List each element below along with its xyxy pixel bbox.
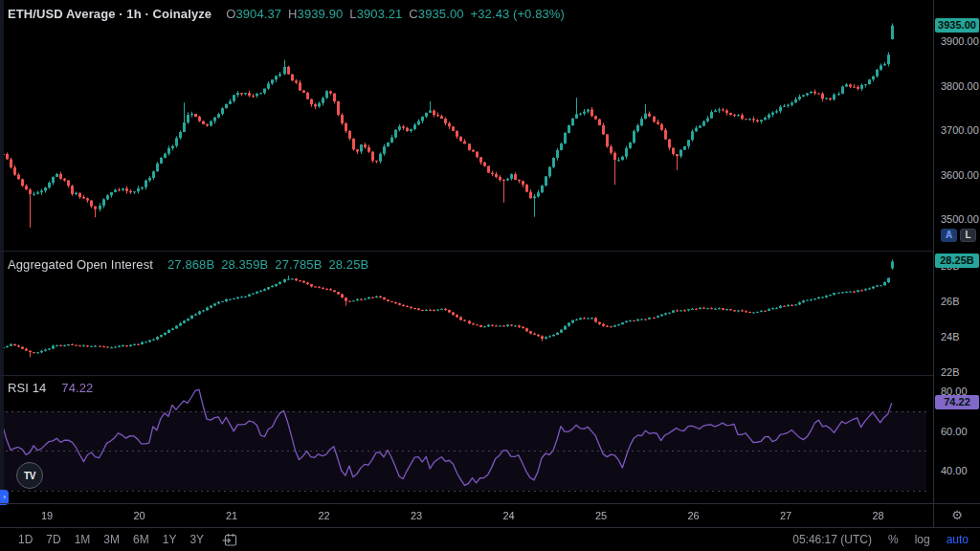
- axis-settings-corner[interactable]: ⚙: [933, 504, 980, 528]
- range-button-1m[interactable]: 1M: [68, 533, 98, 546]
- oi-value: 28.359B: [221, 257, 268, 272]
- ohlc-value: 3939.90: [298, 7, 344, 21]
- chart-canvas[interactable]: [0, 0, 933, 503]
- lock-scale-button[interactable]: L: [960, 229, 976, 242]
- time-axis-label: 19: [41, 504, 53, 527]
- price-tick-label: 3600.00: [941, 169, 979, 181]
- range-button-1y[interactable]: 1Y: [156, 533, 184, 546]
- time-axis-label: 20: [133, 504, 145, 527]
- oi-legend[interactable]: Aggregated Open Interest27.868B28.359B27…: [8, 257, 368, 272]
- rsi-indicator-title[interactable]: RSI 14: [8, 381, 46, 395]
- range-button-3y[interactable]: 3Y: [183, 533, 211, 546]
- price-tick-label: 3500.00: [941, 213, 979, 225]
- go-to-date-icon[interactable]: [222, 533, 237, 547]
- oi-value: 27.868B: [167, 257, 214, 272]
- ohlc-value: 3903.21: [357, 7, 403, 21]
- last-value-badge: 28.25B: [935, 253, 979, 268]
- bottom-toolbar: 1D7D1M3M6M1Y3Y 05:46:17 (UTC) % log auto: [0, 527, 980, 551]
- ohlc-value: 3935.00: [418, 7, 464, 21]
- oi-indicator-title[interactable]: Aggregated Open Interest: [8, 257, 153, 272]
- price-tick-label: 3700.00: [941, 124, 979, 136]
- range-button-6m[interactable]: 6M: [126, 533, 156, 546]
- range-button-7d[interactable]: 7D: [39, 533, 67, 546]
- time-axis-label: 27: [780, 504, 791, 527]
- ohlc-label: O: [226, 7, 235, 21]
- log-scale-button[interactable]: log: [915, 533, 930, 546]
- time-axis-label: 25: [595, 504, 607, 527]
- time-axis-label: 26: [687, 504, 699, 527]
- last-value-badge: 74.22: [935, 395, 979, 409]
- oi-value: 28.25B: [328, 257, 368, 272]
- price-tick-label: 60.00: [941, 426, 968, 437]
- range-button-3m[interactable]: 3M: [97, 533, 126, 546]
- main-legend[interactable]: ETH/USD Average · 1h · CoinalyzeO3904.37…: [8, 7, 565, 21]
- symbol-title[interactable]: ETH/USD Average · 1h · Coinalyze: [8, 7, 212, 21]
- panel-separator[interactable]: [0, 375, 980, 376]
- collapsed-drawing-toolbar: [0, 0, 4, 503]
- time-axis-label: 24: [502, 504, 514, 527]
- rsi-legend[interactable]: RSI 1474.22: [8, 381, 93, 395]
- ohlc-label: H: [288, 7, 298, 21]
- range-button-1d[interactable]: 1D: [11, 533, 39, 546]
- ohlc-value: 3904.37: [235, 7, 281, 21]
- percent-scale-button[interactable]: %: [888, 533, 899, 546]
- price-axis[interactable]: A L 3900.003800.003700.003600.003500.003…: [933, 0, 980, 503]
- trading-chart-window: › ETH/USD Average · 1h · CoinalyzeO3904.…: [0, 0, 980, 551]
- price-tick-label: 40.00: [941, 465, 968, 476]
- time-axis-label: 21: [226, 504, 237, 527]
- time-axis[interactable]: ⚙ 19202122232425262728: [0, 503, 980, 527]
- clock-utc[interactable]: 05:46:17 (UTC): [792, 533, 872, 546]
- price-tick-label: 22B: [941, 366, 960, 378]
- tradingview-logo[interactable]: TV: [16, 462, 43, 489]
- ohlc-label: L: [349, 7, 356, 21]
- price-tick-label: 3900.00: [941, 35, 979, 47]
- last-value-badge: 3935.00: [935, 18, 979, 33]
- price-tick-label: 3800.00: [941, 80, 979, 92]
- ohlc-label: C: [409, 7, 418, 21]
- change-value: +32.43 (+0.83%): [471, 7, 565, 21]
- rsi-value: 74.22: [61, 381, 93, 395]
- price-tick-label: 26B: [941, 296, 960, 307]
- gear-icon[interactable]: ⚙: [951, 508, 963, 522]
- time-axis-label: 23: [411, 504, 422, 527]
- oi-value: 27.785B: [275, 257, 322, 272]
- auto-scale-toggle[interactable]: auto: [947, 533, 969, 546]
- panel-separator[interactable]: [0, 251, 980, 252]
- price-tick-label: 24B: [941, 331, 960, 342]
- time-axis-label: 28: [872, 504, 883, 527]
- auto-scale-button[interactable]: A: [941, 229, 957, 242]
- time-axis-label: 22: [318, 504, 329, 527]
